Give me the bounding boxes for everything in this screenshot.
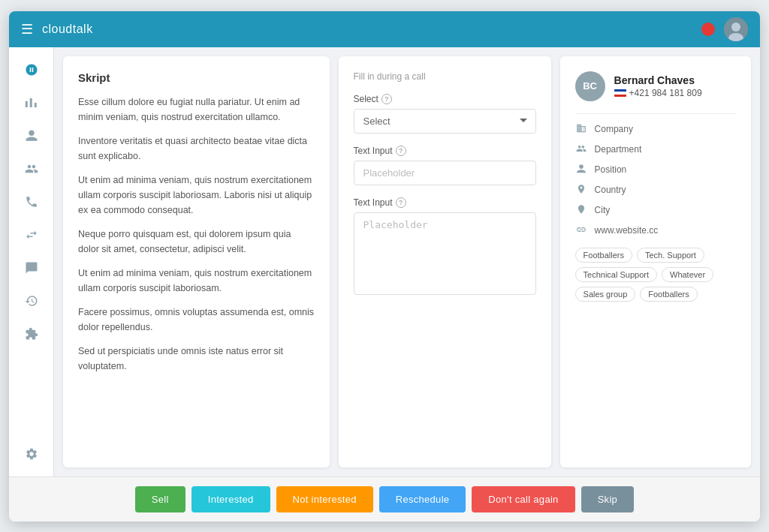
select-label: Select ?: [354, 94, 536, 104]
sidebar: [9, 47, 54, 476]
position-value: Position: [595, 164, 627, 175]
script-para-2: Inventore veritatis et quasi architecto …: [78, 134, 315, 164]
company-value: Company: [595, 124, 633, 134]
contact-field-country: Country: [575, 184, 736, 197]
website-icon: [575, 224, 587, 237]
select-help-icon[interactable]: ?: [381, 94, 392, 104]
sidebar-icon-phone[interactable]: [18, 188, 45, 215]
user-avatar[interactable]: [724, 17, 748, 41]
text-input-1-help-icon[interactable]: ?: [396, 146, 406, 156]
main-layout: Skript Esse cillum dolore eu fugiat null…: [9, 47, 760, 476]
sidebar-icon-transfer[interactable]: [18, 221, 45, 248]
interested-button[interactable]: Interested: [191, 486, 270, 512]
app-title: cloudtalk: [42, 23, 93, 36]
select-input[interactable]: Select: [354, 109, 536, 134]
script-para-6: Facere possimus, omnis voluptas assumend…: [78, 305, 315, 335]
contact-field-department: Department: [575, 143, 736, 156]
content-area: Skript Esse cillum dolore eu fugiat null…: [54, 47, 760, 476]
text-input-2-group: Text Input ?: [354, 197, 536, 297]
contact-field-company: Company: [575, 123, 736, 136]
script-text: Esse cillum dolore eu fugiat nulla paria…: [78, 95, 315, 374]
record-indicator: [701, 23, 715, 36]
script-para-7: Sed ut perspiciatis unde omnis iste natu…: [78, 344, 315, 374]
topbar-right: [701, 17, 748, 41]
script-para-4: Neque porro quisquam est, qui dolorem ip…: [78, 227, 315, 257]
topbar-left: ☰ cloudtalk: [21, 21, 701, 38]
form-panel: Fill in during a call Select ? Select Te…: [339, 56, 551, 467]
text-input-1-label: Text Input ?: [354, 146, 536, 156]
select-group: Select ? Select: [354, 94, 536, 134]
city-icon: [575, 204, 587, 217]
svg-point-1: [731, 23, 740, 32]
text-input-1[interactable]: [354, 161, 536, 185]
script-panel-title: Skript: [78, 71, 315, 84]
form-subtitle: Fill in during a call: [354, 71, 536, 82]
text-input-2[interactable]: [354, 212, 536, 295]
contact-name: Bernard Chaves: [614, 74, 702, 86]
dont-call-button[interactable]: Don't call again: [472, 486, 574, 512]
contact-avatar: BC: [575, 71, 605, 101]
tag-5: Sales group: [575, 287, 636, 302]
contact-field-website: www.website.cc: [575, 224, 736, 237]
sell-button[interactable]: Sell: [135, 486, 185, 512]
script-para-1: Esse cillum dolore eu fugiat nulla paria…: [78, 95, 315, 125]
position-icon: [575, 164, 587, 176]
sidebar-icon-settings[interactable]: [18, 440, 45, 467]
contact-panel: BC Bernard Chaves +421 984 181 809 Com: [560, 56, 751, 467]
script-para-3: Ut enim ad minima veniam, quis nostrum e…: [78, 173, 315, 218]
contact-header: BC Bernard Chaves +421 984 181 809: [575, 71, 736, 101]
bottom-bar: Sell Interested Not interested Reschedul…: [9, 476, 760, 521]
sidebar-icon-integrations[interactable]: [18, 320, 45, 347]
country-icon: [575, 184, 587, 197]
script-panel: Skript Esse cillum dolore eu fugiat null…: [63, 56, 330, 467]
tags-area: Footballers Tech. Support Technical Supp…: [575, 248, 736, 302]
text-input-1-group: Text Input ?: [354, 146, 536, 185]
sidebar-icon-contacts[interactable]: [18, 122, 45, 149]
city-value: City: [595, 205, 611, 215]
tag-2: Tech. Support: [637, 248, 704, 263]
app-window: ☰ cloudtalk: [9, 11, 760, 521]
website-value: www.website.cc: [595, 225, 659, 236]
hamburger-icon[interactable]: ☰: [21, 21, 33, 38]
sidebar-icon-history[interactable]: [18, 287, 45, 314]
tag-6: Footballers: [640, 287, 697, 302]
contact-phone: +421 984 181 809: [614, 88, 702, 98]
contact-info: Bernard Chaves +421 984 181 809: [614, 74, 702, 98]
sidebar-icon-groups[interactable]: [18, 155, 45, 182]
topbar: ☰ cloudtalk: [9, 11, 760, 47]
sidebar-icon-chat[interactable]: [18, 254, 45, 281]
company-icon: [575, 123, 587, 136]
department-value: Department: [595, 144, 642, 155]
contact-divider: [575, 113, 736, 114]
sidebar-icon-stats[interactable]: [18, 89, 45, 116]
text-input-2-help-icon[interactable]: ?: [396, 197, 406, 208]
not-interested-button[interactable]: Not interested: [276, 486, 373, 512]
script-para-5: Ut enim ad minima veniam, quis nostrum e…: [78, 266, 315, 296]
department-icon: [575, 143, 587, 156]
tag-1: Footballers: [575, 248, 632, 263]
country-value: Country: [595, 185, 626, 195]
contact-field-position: Position: [575, 164, 736, 176]
reschedule-button[interactable]: Reschedule: [379, 486, 466, 512]
contact-field-city: City: [575, 204, 736, 217]
tag-4: Whatever: [662, 267, 713, 282]
flag-icon: [614, 89, 626, 97]
sidebar-icon-calls[interactable]: [18, 56, 45, 83]
tag-3: Technical Support: [575, 267, 657, 282]
text-input-2-label: Text Input ?: [354, 197, 536, 208]
skip-button[interactable]: Skip: [581, 486, 635, 512]
